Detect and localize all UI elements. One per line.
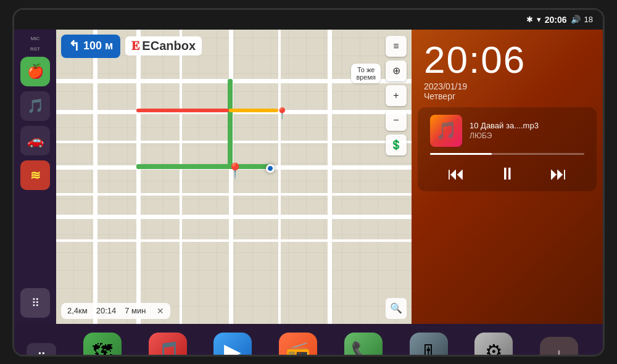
progress-fill — [430, 153, 492, 155]
same-time-bubble: То же время — [351, 64, 381, 83]
canbox-logo-text: ECanbox — [142, 39, 196, 53]
map-right-controls: ⊕ + − 💲 — [386, 60, 407, 155]
sidebar-item-music[interactable]: 🎵 — [20, 91, 50, 121]
left-sidebar: MIC RST 🍎 🎵 🚗 ≋ ⠿ — [14, 30, 56, 324]
dock-grid-btn[interactable]: ⠿ — [27, 343, 56, 357]
map-close-btn[interactable]: ✕ — [157, 306, 164, 316]
clock-day: Четверг — [424, 91, 590, 101]
search-icon: 🔍 — [390, 302, 402, 314]
current-location-dot — [266, 164, 275, 173]
progress-bar[interactable] — [430, 153, 584, 155]
app-item-plus[interactable]: + — [534, 337, 584, 357]
next-track-btn[interactable]: ⏭ — [550, 163, 567, 184]
same-time-text: То же время — [356, 66, 376, 81]
map-distance-label: 2,4км — [67, 306, 88, 315]
status-time: 20:06 — [545, 15, 567, 25]
route-v1 — [228, 79, 233, 169]
app-video-icon: ▶ — [213, 333, 252, 357]
track-artist: ЛЮБЭ — [470, 131, 584, 140]
apps-grid-icon: ⠿ — [31, 296, 39, 310]
app-item-radio[interactable]: 📻 Радио — [273, 333, 323, 357]
music-section: 🎵 10 Давай за....mp3 ЛЮБЭ ⏮ ⏸ ⏭ — [418, 107, 597, 191]
volume-icon: 🔊 — [571, 15, 581, 24]
music-icon-symbol: 🎵 — [155, 340, 180, 357]
map-layers-btn[interactable]: 💲 — [386, 134, 407, 155]
eq-icon-symbol: 🎚 — [420, 341, 437, 357]
play-pause-btn[interactable]: ⏸ — [499, 163, 516, 184]
clock-date: 2023/01/19 — [424, 81, 590, 91]
car-icon: 🚗 — [27, 133, 44, 149]
app-item-nav[interactable]: 🗺 Навигация — [78, 333, 127, 357]
rst-label: RST — [30, 46, 40, 52]
nav-distance: 100 м — [83, 39, 113, 52]
status-bar: ✱ ▾ 20:06 🔊 18 — [14, 10, 603, 30]
map-duration-label: 7 мин — [125, 306, 146, 315]
mic-label-row: MIC — [31, 36, 40, 41]
app-grid: 🗺 Навигация 🎵 Музыка ▶ Видео 📻 — [65, 333, 597, 357]
app-music-icon: 🎵 — [149, 333, 187, 357]
settings-icon-symbol: ⚙ — [485, 340, 503, 357]
map-compass-btn[interactable]: ⊕ — [386, 60, 407, 81]
map-marker-route: 📍 — [275, 107, 289, 120]
map-zoom-in-btn[interactable]: + — [386, 85, 407, 106]
app-item-settings[interactable]: ⚙ Настройки — [469, 333, 518, 357]
video-icon-symbol: ▶ — [224, 339, 241, 357]
sidebar-item-kinetic[interactable]: ≋ — [20, 160, 50, 190]
grid-icon: ⠿ — [37, 350, 46, 357]
app-settings-icon: ⚙ — [474, 333, 513, 357]
map-zoom-out-btn[interactable]: − — [386, 110, 407, 131]
map-marker-current: 📍 — [226, 162, 244, 180]
bottom-dock: ⠿ 🗺 Навигация 🎵 Музыка ▶ Видео — [14, 324, 603, 357]
track-info: 10 Давай за....mp3 ЛЮБЭ — [470, 121, 584, 140]
sidebar-item-carplay[interactable]: 🍎 — [20, 57, 50, 86]
clock-time: 20:06 — [424, 41, 590, 79]
wifi-icon: ▾ — [537, 15, 541, 24]
street-v3 — [180, 30, 182, 324]
app-item-music[interactable]: 🎵 Музыка — [143, 333, 193, 357]
album-art-icon: 🎵 — [436, 120, 457, 141]
app-item-eq[interactable]: 🎚 Эквалайзер — [404, 333, 453, 357]
canbox-logo-icon: 𝐄 — [131, 39, 139, 53]
canbox-logo: 𝐄 ECanbox — [125, 36, 202, 56]
carplay-icon: 🍎 — [27, 64, 44, 80]
app-item-bluetooth[interactable]: 📞 Bluetooth — [339, 333, 388, 357]
bt-icon-symbol: 📞 — [351, 340, 376, 357]
sidebar-item-car[interactable]: 🚗 — [20, 126, 50, 155]
app-plus-icon: + — [540, 337, 578, 357]
app-item-video[interactable]: ▶ Видео — [208, 333, 257, 357]
app-nav-icon: 🗺 — [83, 333, 122, 357]
music-controls: ⏮ ⏸ ⏭ — [430, 163, 584, 184]
rst-label-row: RST — [30, 46, 40, 52]
mic-label: MIC — [31, 36, 40, 41]
volume-level: 18 — [584, 15, 593, 24]
street-h3 — [56, 141, 412, 143]
route-traffic-yellow — [229, 109, 278, 112]
turn-icon: ↰ — [68, 38, 80, 54]
street-h6 — [56, 215, 412, 219]
route-h1 — [136, 164, 272, 169]
music-track-row: 🎵 10 Давай за....mp3 ЛЮБЭ — [430, 115, 584, 147]
bluetooth-icon: ✱ — [526, 15, 533, 24]
nav-icon-symbol: 🗺 — [93, 340, 112, 357]
map-menu-btn[interactable]: ≡ — [386, 36, 407, 57]
prev-track-btn[interactable]: ⏮ — [447, 163, 465, 184]
map-search-btn[interactable]: 🔍 — [386, 298, 407, 319]
plus-icon-symbol: + — [553, 343, 566, 357]
sidebar-item-apps[interactable]: ⠿ — [20, 288, 50, 318]
album-art-inner: 🎵 — [430, 115, 462, 147]
app-radio-icon: 📻 — [279, 333, 317, 357]
status-icons: ✱ ▾ 20:06 🔊 18 — [526, 15, 593, 25]
map-eta-label: 20:14 — [96, 306, 117, 315]
app-bt-icon: 📞 — [344, 333, 383, 357]
street-v5 — [278, 30, 281, 324]
street-v1 — [93, 30, 97, 324]
map-area[interactable]: 📍 📍 ↰ 100 м 𝐄 ECanbox ≡ Т — [56, 30, 412, 324]
street-v6 — [328, 30, 332, 324]
street-h5 — [56, 193, 412, 196]
nav-instruction: ↰ 100 м — [61, 35, 120, 58]
radio-icon-symbol: 📻 — [286, 340, 310, 357]
kinetic-icon: ≋ — [30, 168, 41, 183]
right-panel: 20:06 2023/01/19 Четверг 🎵 10 Давай за..… — [412, 30, 603, 324]
main-content: MIC RST 🍎 🎵 🚗 ≋ ⠿ — [14, 30, 603, 324]
clock-section: 20:06 2023/01/19 Четверг — [412, 30, 603, 107]
